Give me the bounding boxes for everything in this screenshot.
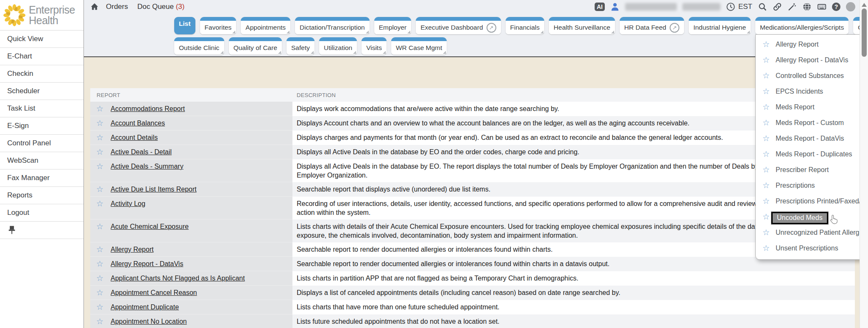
menu-item-doc-queue[interactable]: Doc Queue (3)	[137, 3, 185, 11]
favorite-star-icon[interactable]: ☆	[762, 181, 770, 190]
report-link[interactable]: Activity Log	[111, 199, 145, 208]
favorite-star-icon[interactable]: ☆	[96, 303, 103, 311]
sidebar-item-e-chart[interactable]: E-Chart	[0, 48, 83, 65]
globe-icon[interactable]	[802, 2, 812, 11]
help-icon[interactable]: ?	[832, 3, 840, 11]
page-scrollbar[interactable]	[860, 0, 868, 328]
tab-appointments[interactable]: Appointments	[241, 17, 290, 34]
external-link-icon[interactable]: ↗	[670, 23, 679, 33]
favorite-star-icon[interactable]: ☆	[762, 244, 770, 253]
favorite-star-icon[interactable]: ☆	[96, 245, 103, 254]
report-column-header[interactable]: REPORT	[90, 88, 292, 102]
favorite-star-icon[interactable]: ☆	[762, 165, 770, 174]
sidebar-pin-button[interactable]	[0, 222, 83, 239]
report-link[interactable]: Active Due List Items Report	[111, 185, 197, 194]
favorite-star-icon[interactable]: ☆	[762, 103, 770, 111]
favorite-star-icon[interactable]: ☆	[96, 199, 103, 208]
user-icon[interactable]	[610, 2, 620, 11]
report-link[interactable]: Accommodations Report	[111, 104, 185, 113]
avatar[interactable]	[846, 2, 855, 11]
favorite-star-icon[interactable]: ☆	[762, 212, 770, 221]
scrollbar-up-arrow-icon[interactable]	[862, 3, 867, 7]
favorite-star-icon[interactable]: ☆	[96, 259, 103, 268]
favorite-star-icon[interactable]: ☆	[96, 104, 103, 113]
report-link[interactable]: Applicant Charts Not Flagged as Is Appli…	[111, 274, 245, 283]
favorite-star-icon[interactable]: ☆	[762, 40, 770, 49]
dropdown-item-meds-report-duplicates[interactable]: ☆Meds Report - Duplicates↗	[756, 146, 868, 162]
dropdown-item-prescriptions-printed-faxed-e-sent[interactable]: ☆Prescriptions Printed/Faxed/E-Sent↗	[756, 193, 868, 209]
tab-utilization[interactable]: Utilization	[319, 37, 357, 55]
sidebar-item-e-sign[interactable]: E-Sign	[0, 117, 83, 135]
favorite-star-icon[interactable]: ☆	[96, 288, 103, 297]
tab-financials[interactable]: Financials	[506, 17, 545, 34]
report-link[interactable]: Appointment Cancel Reason	[111, 288, 197, 297]
clock-icon[interactable]	[726, 2, 735, 11]
tab-quality-of-care[interactable]: Quality of Care	[229, 37, 282, 55]
sidebar-item-checkin[interactable]: Checkin	[0, 65, 83, 83]
tab-wr-case-mgmt[interactable]: WR Case Mgmt	[391, 37, 447, 55]
dropdown-item-uncoded-meds[interactable]: ☆Uncoded Meds↗	[756, 209, 868, 225]
favorite-star-icon[interactable]: ☆	[96, 133, 103, 142]
tab-medications-allergies-scripts[interactable]: Medications/Allergies/Scripts	[755, 17, 849, 34]
wand-icon[interactable]	[787, 2, 797, 11]
tab-list[interactable]: List	[174, 17, 195, 34]
tab-executive-dashboard[interactable]: Executive Dashboard↗	[416, 17, 501, 34]
dropdown-item-prescriber-report[interactable]: ☆Prescriber Report↗	[756, 162, 868, 178]
favorite-star-icon[interactable]: ☆	[96, 162, 103, 171]
favorite-star-icon[interactable]: ☆	[762, 134, 770, 143]
favorite-star-icon[interactable]: ☆	[762, 118, 770, 127]
dropdown-item-controlled-substances[interactable]: ☆Controlled Substances↗	[756, 68, 868, 83]
link-icon[interactable]	[773, 2, 782, 11]
favorite-star-icon[interactable]: ☆	[762, 56, 770, 64]
favorite-star-icon[interactable]: ☆	[762, 197, 770, 206]
dropdown-item-meds-report-datavis[interactable]: ☆Meds Report - DataVis↗	[756, 131, 868, 146]
dropdown-item-allergy-report-datavis[interactable]: ☆Allergy Report - DataVis↗	[756, 52, 868, 68]
report-link[interactable]: Allergy Report	[111, 245, 153, 254]
sidebar-item-logout[interactable]: Logout	[0, 204, 83, 222]
favorite-star-icon[interactable]: ☆	[96, 147, 103, 156]
tab-outside-clinic[interactable]: Outside Clinic	[174, 37, 224, 55]
keyboard-icon[interactable]	[817, 2, 826, 11]
favorite-star-icon[interactable]: ☆	[96, 119, 103, 128]
report-link[interactable]: Allergy Report - DataVis	[111, 259, 183, 268]
favorite-star-icon[interactable]: ☆	[762, 87, 770, 96]
highlighted-item-box[interactable]: Uncoded Meds	[771, 212, 828, 224]
report-link[interactable]: Acute Chemical Exposure	[111, 222, 189, 231]
dropdown-item-unsent-prescriptions[interactable]: ☆Unsent Prescriptions↗	[756, 240, 868, 256]
report-link[interactable]: Appointment No Location	[111, 317, 187, 326]
menu-item-orders[interactable]: Orders	[106, 3, 128, 11]
tab-visits[interactable]: Visits	[362, 37, 387, 55]
external-link-icon[interactable]: ↗	[487, 23, 496, 33]
home-icon[interactable]	[90, 2, 99, 11]
tab-hr-data-feed[interactable]: HR Data Feed↗	[620, 17, 684, 34]
report-link[interactable]: Appointment Duplicate	[111, 303, 179, 311]
sidebar-item-quick-view[interactable]: Quick View	[0, 31, 83, 48]
tab-industrial-hygiene[interactable]: Industrial Hygiene	[689, 17, 751, 34]
tab-health-surveillance[interactable]: Health Surveillance	[549, 17, 615, 34]
favorite-star-icon[interactable]: ☆	[762, 71, 770, 80]
report-link[interactable]: Active Deals - Detail	[111, 147, 172, 156]
tab-employer[interactable]: Employer	[374, 17, 411, 34]
tab-favorites[interactable]: Favorites	[200, 17, 236, 34]
favorite-star-icon[interactable]: ☆	[96, 185, 103, 194]
sidebar-item-task-list[interactable]: Task List	[0, 100, 83, 117]
favorite-star-icon[interactable]: ☆	[762, 228, 770, 237]
dropdown-item-allergy-report[interactable]: ☆Allergy Report↗	[756, 36, 868, 52]
sidebar-item-fax-manager[interactable]: Fax Manager	[0, 170, 83, 187]
sidebar-item-reports[interactable]: Reports	[0, 187, 83, 204]
favorite-star-icon[interactable]: ☆	[762, 150, 770, 158]
report-link[interactable]: Account Details	[111, 133, 158, 142]
dropdown-item-prescriptions[interactable]: ☆Prescriptions↗	[756, 178, 868, 193]
dropdown-item-unrecognized-patient-allergies[interactable]: ☆Unrecognized Patient Allergies↗	[756, 225, 868, 240]
favorite-star-icon[interactable]: ☆	[96, 317, 103, 326]
sidebar-item-control-panel[interactable]: Control Panel	[0, 135, 83, 152]
favorite-star-icon[interactable]: ☆	[96, 274, 103, 283]
dropdown-item-epcs-incidents[interactable]: ☆EPCS Incidents↗	[756, 83, 868, 99]
tab-safety[interactable]: Safety	[287, 37, 314, 55]
ai-badge[interactable]: AI	[595, 3, 605, 11]
tab-dictation-transcription[interactable]: Dictation/Transcription	[295, 17, 370, 34]
report-link[interactable]: Active Deals - Summary	[111, 162, 184, 171]
report-link[interactable]: Account Balances	[111, 119, 165, 128]
dropdown-item-meds-report[interactable]: ☆Meds Report↗	[756, 99, 868, 115]
sidebar-item-webscan[interactable]: WebScan	[0, 152, 83, 170]
